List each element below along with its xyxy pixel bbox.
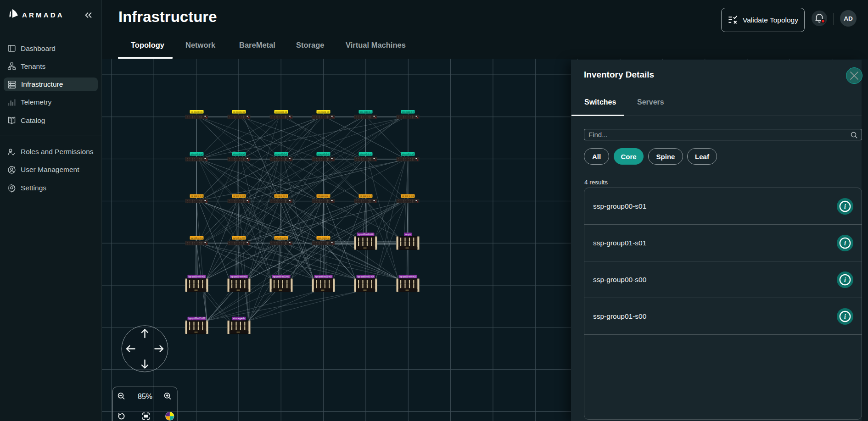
svg-text:ssp-group01-s01: ssp-group01-s01 bbox=[233, 111, 245, 113]
svg-text:spine-pod0-s0-a2: spine-pod0-s0-a2 bbox=[275, 153, 287, 155]
svg-text:i: i bbox=[844, 277, 846, 283]
svg-text:leaf-cu00-su-03-b: leaf-cu00-su-03-b bbox=[233, 237, 245, 239]
svg-text:spine-pod0-s0-a1: spine-pod0-s0-a1 bbox=[233, 153, 245, 155]
svg-text:spine-pod0-s0-a0: spine-pod0-s0-a0 bbox=[191, 153, 203, 155]
svg-text:leaf-cu00-su-02-a: leaf-cu00-su-02-a bbox=[402, 195, 414, 197]
svg-text:leaf-cu00-su-01-b: leaf-cu00-su-01-b bbox=[360, 195, 372, 197]
svg-text:ssp-group01-s00: ssp-group01-s00 bbox=[318, 111, 330, 113]
svg-text:storage-b: storage-b bbox=[233, 317, 246, 320]
svg-text:ssp-group00-s01: ssp-group00-s01 bbox=[191, 111, 203, 113]
svg-text:spine-pod0-s1-a1: spine-pod0-s1-a1 bbox=[360, 153, 372, 155]
svg-text:leaf-cu00-su-04-a: leaf-cu00-su-04-a bbox=[275, 237, 287, 239]
svg-text:hgx-pod00-sv01-h03: hgx-pod00-sv01-h03 bbox=[315, 276, 332, 278]
svg-text:sub-leaf-cu-smx-0a: sub-leaf-cu-smx-0a bbox=[275, 195, 287, 197]
svg-text:i: i bbox=[844, 240, 846, 247]
svg-text:hgx-pod00-sv01-h04: hgx-pod00-sv01-h04 bbox=[358, 276, 374, 278]
svg-text:spine-pod0-s1-a0: spine-pod0-s1-a0 bbox=[318, 153, 330, 155]
svg-text:hgx-pod00-sv00-h02: hgx-pod00-sv00-h02 bbox=[231, 276, 247, 278]
svg-text:leaf-cu00-su-01-a: leaf-cu00-su-01-a bbox=[318, 195, 330, 197]
svg-text:i: i bbox=[844, 203, 846, 210]
svg-text:i: i bbox=[844, 313, 846, 320]
svg-text:hgx-pod00-sv00-h01: hgx-pod00-sv00-h01 bbox=[189, 276, 205, 278]
svg-text:hgx-pod00-sv21-h22: hgx-pod00-sv21-h22 bbox=[189, 317, 205, 320]
svg-text:spine-pod0-s1-a2: spine-pod0-s1-a2 bbox=[402, 153, 414, 155]
svg-text:85%: 85% bbox=[138, 393, 152, 400]
svg-text:leaf-cu00-su-03-a: leaf-cu00-su-03-a bbox=[191, 237, 203, 239]
svg-text:hgx-pod00-sv00-b0d0: hgx-pod00-sv00-b0d0 bbox=[358, 233, 374, 236]
svg-text:spine-pod0-s0-b: spine-pod0-s0-b bbox=[402, 111, 414, 113]
svg-text:ssp-group00-s00: ssp-group00-s00 bbox=[275, 111, 287, 113]
svg-text:stor-mgmt-a: stor-mgmt-a bbox=[318, 237, 330, 239]
svg-text:servp-b: servp-b bbox=[405, 233, 411, 236]
svg-text:leaf-cu00-su-00-b: leaf-cu00-su-00-b bbox=[233, 195, 245, 197]
svg-text:hgx-pod00-sv01-h02: hgx-pod00-sv01-h02 bbox=[273, 276, 290, 278]
svg-text:hgx-pod00-sv00-h20: hgx-pod00-sv00-h20 bbox=[400, 276, 416, 278]
svg-text:spine-pod0-s0-a: spine-pod0-s0-a bbox=[360, 111, 372, 113]
svg-text:leaf-cu00-su-00-a: leaf-cu00-su-00-a bbox=[191, 195, 203, 197]
